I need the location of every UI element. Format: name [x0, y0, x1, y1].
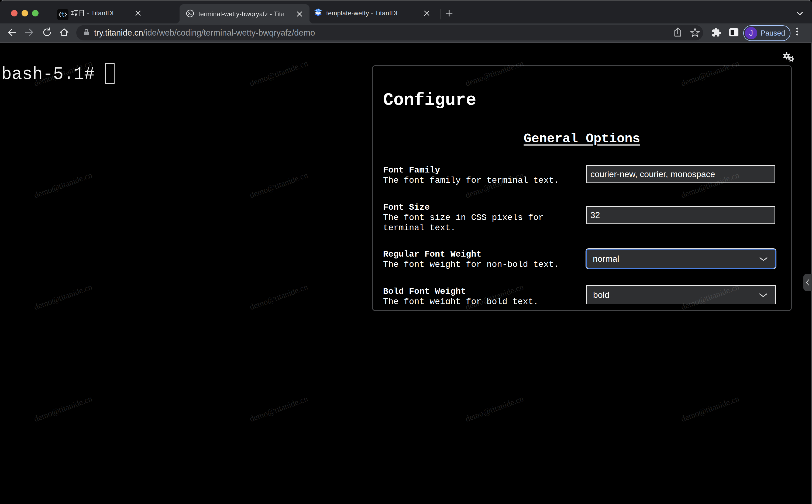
watermark-text: demo@titanide.cn — [680, 394, 741, 424]
sync-paused-badge: Paused — [761, 29, 785, 37]
browser-window: - TitanIDE terminal-wetty-bwqryafz - Tit… — [0, 0, 812, 504]
tab-title: terminal-wetty-bwqryafz - Tita — [198, 10, 284, 18]
tab-title: - TitanIDE — [71, 9, 116, 17]
config-row-regular-font-weight: Regular Font Weight The font weight for … — [383, 249, 780, 270]
select-value: normal — [593, 254, 619, 264]
home-button[interactable] — [59, 27, 70, 39]
new-tab-button[interactable] — [445, 9, 453, 17]
font-size-input[interactable]: 32 — [586, 206, 775, 224]
watermark-text: demo@titanide.cn — [33, 170, 94, 200]
template-layers-icon — [313, 8, 323, 19]
select-chevron-icon — [759, 254, 768, 264]
maximize-window-button[interactable] — [32, 10, 39, 16]
share-icon[interactable] — [673, 27, 683, 39]
forward-button[interactable] — [24, 27, 35, 39]
window-controls — [11, 10, 39, 16]
watermark-text: demo@titanide.cn — [248, 170, 309, 200]
bold-font-weight-select[interactable]: bold — [586, 285, 776, 304]
configure-dialog: Configure General Options Font Family Th… — [372, 65, 792, 311]
tab-template-wetty[interactable]: template-wetty - TitanIDE — [309, 3, 441, 23]
titanide-code-icon — [57, 9, 68, 21]
close-tab-icon[interactable] — [296, 11, 303, 17]
field-description: The font size in CSS pixels for terminal… — [383, 213, 572, 233]
watermark-text: demo@titanide.cn — [464, 394, 525, 424]
config-row-font-family: Font Family The font family for terminal… — [383, 165, 780, 186]
config-row-font-size: Font Size The font size in CSS pixels fo… — [383, 202, 780, 233]
address-bar[interactable]: try.titanide.cn/ide/web/coding/terminal-… — [76, 25, 703, 40]
side-panel-icon[interactable] — [729, 28, 739, 38]
section-heading: General Options — [373, 131, 791, 146]
url-text: try.titanide.cn/ide/web/coding/terminal-… — [94, 28, 315, 38]
select-value: bold — [593, 290, 610, 300]
terminal-cursor — [105, 63, 115, 84]
settings-gears-icon[interactable] — [781, 51, 795, 63]
cjk-title-glyphs — [71, 9, 85, 17]
panel-collapse-handle[interactable] — [803, 274, 812, 291]
config-row-bold-font-weight: Bold Font Weight The font weight for bol… — [383, 286, 780, 304]
profile-chip[interactable]: J Paused — [743, 25, 790, 41]
minimize-window-button[interactable] — [22, 10, 28, 16]
dialog-title: Configure — [383, 90, 476, 110]
watermark-text: demo@titanide.cn — [248, 394, 309, 424]
select-chevron-icon — [759, 290, 768, 300]
tab-separator — [441, 9, 441, 19]
avatar: J — [745, 27, 757, 39]
terminal-prompt-icon — [186, 9, 194, 19]
tab-project-titanide[interactable]: - TitanIDE — [46, 3, 178, 23]
tab-terminal-wetty[interactable]: terminal-wetty-bwqryafz - Tita — [180, 4, 309, 23]
field-description: The font weight for bold text. — [383, 297, 572, 304]
reload-button[interactable] — [42, 27, 52, 39]
input-value: courier-new, courier, monospace — [590, 169, 715, 179]
field-description: The font family for terminal text. — [383, 175, 572, 186]
terminal-page: bash-5.1# — [0, 43, 812, 504]
input-value: 32 — [590, 210, 600, 220]
field-description: The font weight for non-bold text. — [383, 260, 572, 270]
watermark-text: demo@titanide.cn — [33, 282, 94, 312]
close-window-button[interactable] — [11, 10, 18, 16]
back-button[interactable] — [7, 27, 17, 39]
terminal-prompt[interactable]: bash-5.1# — [1, 64, 105, 85]
close-tab-icon[interactable] — [424, 10, 430, 16]
watermark-text: demo@titanide.cn — [248, 282, 309, 312]
watermark-text: demo@titanide.cn — [248, 58, 309, 88]
tab-list-chevron-icon[interactable] — [796, 11, 804, 16]
browser-toolbar: try.titanide.cn/ide/web/coding/terminal-… — [0, 23, 812, 43]
tab-strip: - TitanIDE terminal-wetty-bwqryafz - Tit… — [0, 1, 812, 23]
menu-dots-icon[interactable] — [796, 27, 799, 38]
extensions-puzzle-icon[interactable] — [711, 27, 721, 39]
font-family-input[interactable]: courier-new, courier, monospace — [586, 165, 775, 183]
close-tab-icon[interactable] — [135, 10, 141, 16]
tab-title: template-wetty - TitanIDE — [326, 9, 400, 17]
watermark-text: demo@titanide.cn — [33, 394, 94, 424]
regular-font-weight-select[interactable]: normal — [586, 249, 776, 269]
bookmark-star-icon[interactable] — [690, 27, 700, 39]
lock-icon[interactable] — [83, 28, 90, 37]
